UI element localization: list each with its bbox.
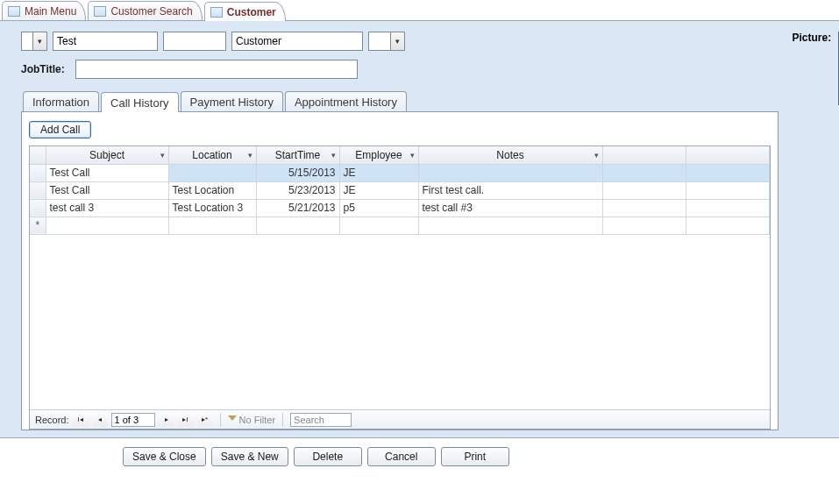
record-search-input[interactable] xyxy=(290,413,352,427)
chevron-down-icon[interactable] xyxy=(390,32,404,50)
cell-location[interactable]: Test Location 3 xyxy=(168,199,256,217)
object-tab-label: Customer xyxy=(227,6,276,18)
chevron-down-icon[interactable]: ▾ xyxy=(160,151,165,160)
form-icon xyxy=(8,6,20,17)
middle-input[interactable] xyxy=(163,32,226,51)
cell-employee[interactable]: JE xyxy=(339,181,418,199)
cell-employee[interactable]: JE xyxy=(339,164,418,181)
add-call-button[interactable]: Add Call xyxy=(29,121,91,138)
chevron-down-icon[interactable]: ▾ xyxy=(248,151,252,160)
cell-subject[interactable]: Test Call xyxy=(46,181,168,199)
inner-tab-label: Call History xyxy=(110,96,168,110)
chevron-down-icon[interactable]: ▾ xyxy=(410,151,415,160)
cell-subject[interactable]: test call 3 xyxy=(46,199,168,217)
cell-subject[interactable]: Test Call xyxy=(46,164,168,181)
object-tab-customer-search[interactable]: Customer Search xyxy=(88,1,202,20)
tab-payment-history[interactable]: Payment History xyxy=(181,91,283,111)
save-close-button[interactable]: Save & Close xyxy=(123,447,206,466)
object-tab-customer[interactable]: Customer xyxy=(204,2,286,21)
new-record-marker[interactable]: * xyxy=(30,217,46,234)
picture-label: Picture: xyxy=(793,32,832,44)
inner-tab-label: Appointment History xyxy=(295,96,397,109)
delete-button[interactable]: Delete xyxy=(294,447,362,466)
record-label: Record: xyxy=(35,415,69,425)
cell-location[interactable] xyxy=(168,164,256,181)
chevron-down-icon[interactable] xyxy=(32,32,46,50)
chevron-down-icon[interactable]: ▾ xyxy=(594,151,599,160)
cell-starttime[interactable]: 5/21/2013 xyxy=(256,199,339,217)
cancel-button[interactable]: Cancel xyxy=(367,447,436,466)
nav-last-button[interactable]: ▸I xyxy=(178,413,194,427)
separator xyxy=(220,413,221,427)
form-icon xyxy=(94,6,106,17)
filter-label: No Filter xyxy=(239,415,276,425)
nav-first-button[interactable]: I◂ xyxy=(73,413,89,427)
object-tab-bar: Main Menu Customer Search Customer xyxy=(0,0,839,21)
form-footer-buttons: Save & Close Save & New Delete Cancel Pr… xyxy=(0,438,839,480)
cell-starttime[interactable]: 5/15/2013 xyxy=(256,164,339,181)
save-new-button[interactable]: Save & New xyxy=(211,447,288,466)
tab-call-history[interactable]: Call History xyxy=(101,92,178,112)
filter-toggle[interactable]: No Filter xyxy=(228,415,276,425)
cell-employee[interactable]: p5 xyxy=(339,199,418,217)
nav-new-button[interactable]: ▸* xyxy=(197,413,213,427)
row-selector[interactable] xyxy=(30,181,46,199)
tab-appointment-history[interactable]: Appointment History xyxy=(285,91,407,111)
row-selector[interactable] xyxy=(30,164,46,181)
jobtitle-label: JobTitle: xyxy=(21,63,65,75)
record-position-input[interactable] xyxy=(111,413,155,427)
print-button[interactable]: Print xyxy=(441,447,509,466)
nav-prev-button[interactable]: ◂ xyxy=(92,413,108,427)
last-name-input[interactable] xyxy=(231,32,363,51)
select-all-corner[interactable] xyxy=(30,146,46,164)
inner-tab-label: Payment History xyxy=(190,96,274,109)
row-selector[interactable] xyxy=(30,199,46,217)
form-header-area: JobTitle: Information Call History Payme… xyxy=(0,21,839,438)
funnel-icon xyxy=(228,415,237,424)
cell-notes[interactable] xyxy=(418,164,602,181)
jobtitle-input[interactable] xyxy=(75,60,358,79)
cell-notes[interactable]: First test call. xyxy=(418,181,602,199)
new-record-row[interactable]: * xyxy=(30,217,769,234)
column-header-starttime[interactable]: StartTime▾ xyxy=(256,146,339,164)
column-header-notes[interactable]: Notes▾ xyxy=(418,146,602,164)
cell-notes[interactable]: test call #3 xyxy=(418,199,602,217)
column-header-subject[interactable]: Subject▾ xyxy=(46,146,168,164)
datasheet-header-row: Subject▾ Location▾ StartTime▾ Employee▾ … xyxy=(30,146,769,164)
nav-next-button[interactable]: ▸ xyxy=(159,413,174,427)
column-header-employee[interactable]: Employee▾ xyxy=(339,146,418,164)
call-history-panel: Add Call xyxy=(21,111,779,430)
first-name-input[interactable] xyxy=(53,32,158,51)
prefix-combo[interactable] xyxy=(21,32,47,51)
table-row[interactable]: Test Call 5/15/2013 JE xyxy=(30,164,769,181)
form-icon xyxy=(210,7,223,18)
cell-starttime[interactable]: 5/23/2013 xyxy=(256,181,339,199)
object-tab-main-menu[interactable]: Main Menu xyxy=(2,1,86,20)
column-header-blank[interactable] xyxy=(602,146,686,164)
column-header-blank[interactable] xyxy=(686,146,769,164)
object-tab-label: Customer Search xyxy=(110,5,192,18)
column-header-location[interactable]: Location▾ xyxy=(168,146,256,164)
inner-tab-bar: Information Call History Payment History… xyxy=(21,91,779,111)
table-row[interactable]: Test Call Test Location 5/23/2013 JE Fir… xyxy=(30,181,769,199)
separator xyxy=(282,413,283,427)
suffix-combo[interactable] xyxy=(368,32,405,51)
cell-location[interactable]: Test Location xyxy=(168,181,256,199)
call-datasheet: Subject▾ Location▾ StartTime▾ Employee▾ … xyxy=(29,146,771,429)
table-row[interactable]: test call 3 Test Location 3 5/21/2013 p5… xyxy=(30,199,769,217)
record-navigator: Record: I◂ ◂ ▸ ▸I ▸* No Filter xyxy=(30,409,770,429)
inner-tab-label: Information xyxy=(32,96,89,109)
object-tab-label: Main Menu xyxy=(25,5,76,18)
tab-information[interactable]: Information xyxy=(23,91,99,111)
chevron-down-icon[interactable]: ▾ xyxy=(331,151,336,160)
